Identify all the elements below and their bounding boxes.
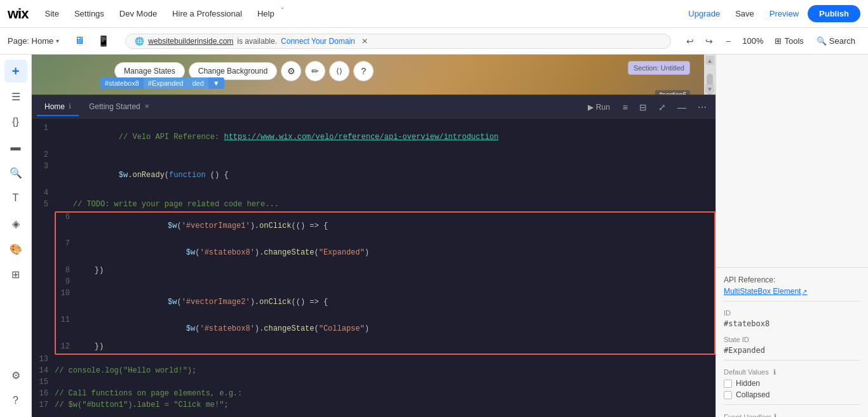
desktop-device-button[interactable]: 🖥 <box>69 32 90 50</box>
edit-icon[interactable]: ✏ <box>305 61 325 81</box>
api-ref-link-text: MultiStateBox Element <box>724 287 801 296</box>
layout-button[interactable]: ⊟ <box>635 100 651 115</box>
top-navbar: wix Site Settings Dev Mode Hire a Profes… <box>0 0 868 28</box>
collapse-button[interactable]: — <box>674 100 690 115</box>
code-line-14: 14 // console.log("Hello world!"); <box>32 366 715 378</box>
settings-icon[interactable]: ⚙ <box>281 61 301 81</box>
sidebar-section-icon[interactable]: ▬ <box>4 136 27 159</box>
event-handlers-info-icon[interactable]: ℹ <box>774 413 776 417</box>
event-handlers-section: Event Handlers ℹ onChange() <box>724 413 860 417</box>
default-values-info-icon[interactable]: ℹ <box>773 368 776 376</box>
sidebar-settings-icon[interactable]: ⚙ <box>4 364 27 387</box>
nav-help[interactable]: Help <box>251 6 281 21</box>
page-selector[interactable]: Page: Home ▾ <box>8 36 59 46</box>
section-label: Section: Untitled <box>628 61 690 75</box>
state-tag-expanded: #Expanded <box>144 77 188 89</box>
line-content-11: $w('#statebox8').changeState("Collapse") <box>76 315 709 342</box>
line-content-4 <box>55 189 710 197</box>
nav-right-controls: ↩ ↪ − 100% ⊞ Tools 🔍 Search <box>681 34 860 49</box>
connect-domain-button[interactable]: Connect Your Domain <box>281 37 355 46</box>
code-line-11: 11 $w('#statebox8').changeState("Collaps… <box>56 315 714 342</box>
sidebar-search-icon[interactable]: 🔍 <box>4 161 27 184</box>
section-id-badge: #section6 <box>655 90 690 95</box>
state-tag-id: #statebox8 <box>100 77 144 89</box>
code-line-16: 16 // Call functions on page elements, e… <box>32 389 715 400</box>
preview-button[interactable]: Preview <box>763 6 805 21</box>
expand-button[interactable]: ⤢ <box>654 100 670 115</box>
hidden-checkbox[interactable] <box>724 380 732 388</box>
line-number-13: 13 <box>37 355 55 364</box>
id-value: #statebox8 <box>724 319 860 328</box>
sidebar-help-icon[interactable]: ? <box>4 389 27 412</box>
state-id-value: #Expanded <box>724 346 860 355</box>
canvas-scrollbar[interactable]: ▲ ▼ <box>704 55 715 95</box>
main-layout: + ☰ {} ▬ 🔍 T ◈ 🎨 ⊞ ⚙ ? Manage States Cha… <box>0 55 868 417</box>
line-number-4: 4 <box>37 189 55 197</box>
redo-button[interactable]: ↪ <box>700 34 718 49</box>
search-button[interactable]: 🔍 Search <box>811 34 860 48</box>
help-icon[interactable]: ? <box>353 61 374 81</box>
code-tabs: Home ℹ Getting Started ✕ ▶ Run ≡ ⊟ ⤢ — <box>32 96 715 119</box>
divider-2 <box>724 360 860 361</box>
sidebar-add-icon[interactable]: + <box>4 60 27 83</box>
line-number-3: 3 <box>37 162 55 171</box>
undo-button[interactable]: ↩ <box>681 34 699 49</box>
save-button[interactable]: Save <box>729 6 761 21</box>
tab-getting-started[interactable]: Getting Started ✕ <box>81 98 157 116</box>
publish-button[interactable]: Publish <box>808 5 860 22</box>
sidebar-pages-icon[interactable]: ☰ <box>4 85 27 108</box>
right-panel: API Reference: MultiStateBox Element ↗ I… <box>715 55 868 417</box>
state-tag-label: ded <box>188 77 208 89</box>
search-icon: 🔍 <box>817 36 827 46</box>
collapsed-checkbox[interactable] <box>724 391 732 399</box>
more-options-button[interactable]: ⋯ <box>694 100 710 115</box>
zoom-out-button[interactable]: − <box>721 34 736 49</box>
sidebar-theme-icon[interactable]: 🎨 <box>4 237 27 260</box>
line-number-8: 8 <box>58 266 76 275</box>
scroll-down-arrow[interactable]: ▼ <box>705 84 714 93</box>
state-dropdown-button[interactable]: ▼ <box>208 77 224 89</box>
format-code-button[interactable]: ≡ <box>619 100 632 115</box>
nav-site[interactable]: Site <box>38 6 65 21</box>
device-buttons: 🖥 📱 <box>69 32 115 50</box>
chevron-down-icon: ▾ <box>56 37 59 44</box>
run-button[interactable]: ▶ Run <box>583 100 615 114</box>
tools-label: Tools <box>784 36 803 46</box>
line-number-15: 15 <box>37 378 55 387</box>
sidebar-text-icon[interactable]: T <box>4 187 27 209</box>
domain-link[interactable]: websitebuilderinside.com <box>148 37 233 46</box>
sidebar-code-icon[interactable]: {} <box>4 110 27 133</box>
nav-devmode[interactable]: Dev Mode <box>113 6 163 21</box>
domain-available-text: is available. <box>237 37 277 46</box>
line-content-10: $w('#vectorImage2').onClick(() => { <box>76 289 709 315</box>
code-body: 1 // Velo API Reference: https://www.wix… <box>32 119 715 417</box>
mobile-device-button[interactable]: 📱 <box>92 32 115 50</box>
api-ref-link[interactable]: MultiStateBox Element ↗ <box>724 287 860 296</box>
tab-home[interactable]: Home ℹ <box>37 98 79 116</box>
hidden-checkbox-row: Hidden <box>724 379 860 388</box>
tab-getting-started-close[interactable]: ✕ <box>144 103 149 110</box>
sidebar-grid-icon[interactable]: ⊞ <box>4 263 27 286</box>
upgrade-button[interactable]: Upgrade <box>682 6 726 21</box>
code-line-8: 8 }) <box>56 266 714 277</box>
canvas-area[interactable]: Manage States Change Background ⚙ ✏ ⟨⟩ ?… <box>32 55 715 95</box>
page-label: Page: Home <box>8 36 53 46</box>
scroll-up-arrow[interactable]: ▲ <box>705 56 714 65</box>
collapsed-checkbox-row: Collapsed <box>724 390 860 399</box>
tools-button[interactable]: ⊞ Tools <box>770 34 808 48</box>
close-domain-bar-button[interactable]: ✕ <box>362 37 368 46</box>
code-line-5: 5 // TODO: write your page related code … <box>32 200 715 211</box>
line-content-16: // Call functions on page elements, e.g.… <box>55 389 710 398</box>
tab-home-info[interactable]: ℹ <box>69 102 71 110</box>
api-link[interactable]: https://www.wix.com/velo/reference/api-o… <box>224 133 498 142</box>
code-icon[interactable]: ⟨⟩ <box>329 61 349 81</box>
divider-3 <box>724 404 860 405</box>
left-sidebar: + ☰ {} ▬ 🔍 T ◈ 🎨 ⊞ ⚙ ? <box>0 55 32 417</box>
nav-settings[interactable]: Settings <box>68 6 111 21</box>
code-editor[interactable]: 1 // Velo API Reference: https://www.wix… <box>32 119 715 417</box>
api-ref-title: API Reference: <box>724 275 860 284</box>
sidebar-3d-icon[interactable]: ◈ <box>4 212 27 235</box>
line-content-6: $w('#vectorImage1').onClick(() => { <box>76 213 709 239</box>
code-line-6: 6 $w('#vectorImage1').onClick(() => { <box>56 213 714 239</box>
nav-hire-professional[interactable]: Hire a Professional <box>166 6 248 21</box>
